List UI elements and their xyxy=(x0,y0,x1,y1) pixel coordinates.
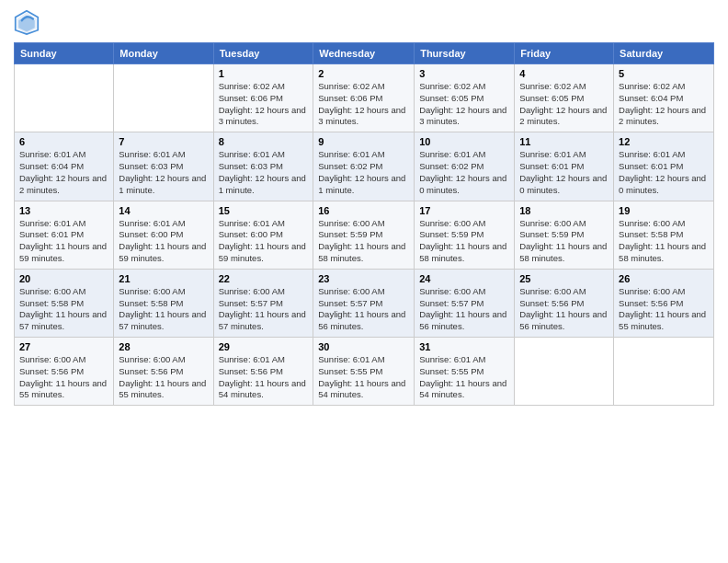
calendar-cell: 9Sunrise: 6:01 AM Sunset: 6:02 PM Daylig… xyxy=(313,132,415,201)
calendar-cell: 24Sunrise: 6:00 AM Sunset: 5:57 PM Dayli… xyxy=(415,269,515,337)
day-number: 2 xyxy=(318,68,409,79)
day-number: 28 xyxy=(119,341,208,352)
day-info: Sunrise: 6:01 AM Sunset: 6:01 PM Dayligh… xyxy=(519,149,609,196)
col-header-monday: Monday xyxy=(114,43,213,64)
calendar-cell: 12Sunrise: 6:01 AM Sunset: 6:01 PM Dayli… xyxy=(614,132,714,201)
calendar-cell: 11Sunrise: 6:01 AM Sunset: 6:01 PM Dayli… xyxy=(515,132,614,201)
calendar-cell: 25Sunrise: 6:00 AM Sunset: 5:56 PM Dayli… xyxy=(515,269,614,337)
col-header-friday: Friday xyxy=(515,43,614,64)
calendar-cell xyxy=(114,64,213,132)
calendar-cell: 3Sunrise: 6:02 AM Sunset: 6:05 PM Daylig… xyxy=(415,64,515,132)
calendar-cell: 31Sunrise: 6:01 AM Sunset: 5:55 PM Dayli… xyxy=(415,338,515,406)
day-number: 23 xyxy=(318,273,409,284)
day-number: 27 xyxy=(19,341,108,352)
calendar-cell: 19Sunrise: 6:00 AM Sunset: 5:58 PM Dayli… xyxy=(614,201,714,269)
logo-icon xyxy=(14,9,40,35)
day-info: Sunrise: 6:00 AM Sunset: 5:57 PM Dayligh… xyxy=(318,286,409,333)
calendar-cell: 1Sunrise: 6:02 AM Sunset: 6:06 PM Daylig… xyxy=(213,64,313,132)
day-info: Sunrise: 6:01 AM Sunset: 5:55 PM Dayligh… xyxy=(318,354,409,401)
day-info: Sunrise: 6:01 AM Sunset: 6:01 PM Dayligh… xyxy=(19,218,108,265)
calendar-cell: 22Sunrise: 6:00 AM Sunset: 5:57 PM Dayli… xyxy=(213,269,313,337)
day-number: 6 xyxy=(19,136,108,147)
day-info: Sunrise: 6:00 AM Sunset: 5:56 PM Dayligh… xyxy=(519,286,609,333)
day-number: 21 xyxy=(119,273,208,284)
day-info: Sunrise: 6:01 AM Sunset: 6:03 PM Dayligh… xyxy=(119,149,208,196)
calendar-cell: 30Sunrise: 6:01 AM Sunset: 5:55 PM Dayli… xyxy=(313,338,415,406)
calendar-cell: 29Sunrise: 6:01 AM Sunset: 5:56 PM Dayli… xyxy=(213,338,313,406)
day-info: Sunrise: 6:01 AM Sunset: 6:02 PM Dayligh… xyxy=(419,149,509,196)
calendar-cell: 8Sunrise: 6:01 AM Sunset: 6:03 PM Daylig… xyxy=(213,132,313,201)
calendar-cell xyxy=(15,64,114,132)
calendar-cell: 7Sunrise: 6:01 AM Sunset: 6:03 PM Daylig… xyxy=(114,132,213,201)
calendar-cell: 26Sunrise: 6:00 AM Sunset: 5:56 PM Dayli… xyxy=(614,269,714,337)
calendar-cell: 13Sunrise: 6:01 AM Sunset: 6:01 PM Dayli… xyxy=(15,201,114,269)
day-number: 20 xyxy=(19,273,108,284)
day-number: 11 xyxy=(519,136,609,147)
day-info: Sunrise: 6:00 AM Sunset: 5:56 PM Dayligh… xyxy=(619,286,709,333)
day-info: Sunrise: 6:01 AM Sunset: 6:01 PM Dayligh… xyxy=(619,149,709,196)
day-info: Sunrise: 6:00 AM Sunset: 5:59 PM Dayligh… xyxy=(519,218,609,265)
day-number: 15 xyxy=(219,205,309,216)
header xyxy=(14,9,714,35)
calendar-cell: 18Sunrise: 6:00 AM Sunset: 5:59 PM Dayli… xyxy=(515,201,614,269)
day-info: Sunrise: 6:00 AM Sunset: 5:56 PM Dayligh… xyxy=(119,354,208,401)
calendar-cell xyxy=(515,338,614,406)
calendar-cell: 28Sunrise: 6:00 AM Sunset: 5:56 PM Dayli… xyxy=(114,338,213,406)
calendar-week-row: 27Sunrise: 6:00 AM Sunset: 5:56 PM Dayli… xyxy=(15,338,714,406)
day-info: Sunrise: 6:00 AM Sunset: 5:58 PM Dayligh… xyxy=(19,286,108,333)
day-info: Sunrise: 6:02 AM Sunset: 6:04 PM Dayligh… xyxy=(619,81,709,128)
calendar-cell: 14Sunrise: 6:01 AM Sunset: 6:00 PM Dayli… xyxy=(114,201,213,269)
day-number: 30 xyxy=(318,341,409,352)
calendar-cell xyxy=(614,338,714,406)
day-number: 13 xyxy=(19,205,108,216)
day-info: Sunrise: 6:00 AM Sunset: 5:57 PM Dayligh… xyxy=(419,286,509,333)
calendar-week-row: 13Sunrise: 6:01 AM Sunset: 6:01 PM Dayli… xyxy=(15,201,714,269)
day-number: 7 xyxy=(119,136,208,147)
calendar-cell: 2Sunrise: 6:02 AM Sunset: 6:06 PM Daylig… xyxy=(313,64,415,132)
day-number: 9 xyxy=(318,136,409,147)
day-info: Sunrise: 6:01 AM Sunset: 6:00 PM Dayligh… xyxy=(119,218,208,265)
day-number: 22 xyxy=(219,273,309,284)
calendar-week-row: 6Sunrise: 6:01 AM Sunset: 6:04 PM Daylig… xyxy=(15,132,714,201)
day-number: 29 xyxy=(219,341,309,352)
day-info: Sunrise: 6:01 AM Sunset: 5:56 PM Dayligh… xyxy=(219,354,309,401)
day-number: 3 xyxy=(419,68,509,79)
day-info: Sunrise: 6:02 AM Sunset: 6:05 PM Dayligh… xyxy=(519,81,609,128)
col-header-saturday: Saturday xyxy=(614,43,714,64)
calendar-cell: 6Sunrise: 6:01 AM Sunset: 6:04 PM Daylig… xyxy=(15,132,114,201)
day-number: 19 xyxy=(619,205,709,216)
col-header-sunday: Sunday xyxy=(15,43,114,64)
day-number: 18 xyxy=(519,205,609,216)
day-number: 25 xyxy=(519,273,609,284)
calendar-cell: 10Sunrise: 6:01 AM Sunset: 6:02 PM Dayli… xyxy=(415,132,515,201)
day-info: Sunrise: 6:00 AM Sunset: 5:57 PM Dayligh… xyxy=(219,286,309,333)
calendar-cell: 17Sunrise: 6:00 AM Sunset: 5:59 PM Dayli… xyxy=(415,201,515,269)
day-info: Sunrise: 6:00 AM Sunset: 5:56 PM Dayligh… xyxy=(19,354,108,401)
day-number: 1 xyxy=(219,68,309,79)
calendar-cell: 23Sunrise: 6:00 AM Sunset: 5:57 PM Dayli… xyxy=(313,269,415,337)
day-info: Sunrise: 6:01 AM Sunset: 5:55 PM Dayligh… xyxy=(419,354,509,401)
day-number: 12 xyxy=(619,136,709,147)
day-number: 24 xyxy=(419,273,509,284)
day-number: 17 xyxy=(419,205,509,216)
calendar-cell: 15Sunrise: 6:01 AM Sunset: 6:00 PM Dayli… xyxy=(213,201,313,269)
calendar-cell: 21Sunrise: 6:00 AM Sunset: 5:58 PM Dayli… xyxy=(114,269,213,337)
calendar-cell: 4Sunrise: 6:02 AM Sunset: 6:05 PM Daylig… xyxy=(515,64,614,132)
day-info: Sunrise: 6:01 AM Sunset: 6:03 PM Dayligh… xyxy=(219,149,309,196)
day-info: Sunrise: 6:00 AM Sunset: 5:58 PM Dayligh… xyxy=(619,218,709,265)
day-info: Sunrise: 6:01 AM Sunset: 6:02 PM Dayligh… xyxy=(318,149,409,196)
calendar-cell: 20Sunrise: 6:00 AM Sunset: 5:58 PM Dayli… xyxy=(15,269,114,337)
day-number: 16 xyxy=(318,205,409,216)
col-header-thursday: Thursday xyxy=(415,43,515,64)
day-number: 4 xyxy=(519,68,609,79)
logo xyxy=(14,9,43,35)
calendar-cell: 16Sunrise: 6:00 AM Sunset: 5:59 PM Dayli… xyxy=(313,201,415,269)
day-number: 31 xyxy=(419,341,509,352)
calendar-week-row: 1Sunrise: 6:02 AM Sunset: 6:06 PM Daylig… xyxy=(15,64,714,132)
page: SundayMondayTuesdayWednesdayThursdayFrid… xyxy=(0,0,728,563)
day-info: Sunrise: 6:02 AM Sunset: 6:06 PM Dayligh… xyxy=(318,81,409,128)
col-header-wednesday: Wednesday xyxy=(313,43,415,64)
day-number: 5 xyxy=(619,68,709,79)
calendar: SundayMondayTuesdayWednesdayThursdayFrid… xyxy=(14,42,714,406)
day-info: Sunrise: 6:01 AM Sunset: 6:04 PM Dayligh… xyxy=(19,149,108,196)
